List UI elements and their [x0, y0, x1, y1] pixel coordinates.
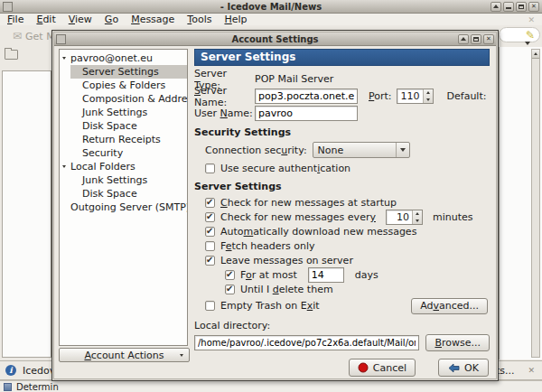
dialog-buttons: Cancel OK: [349, 359, 489, 377]
menu-edit[interactable]: Edit: [36, 14, 55, 25]
account-actions-button[interactable]: Account Actions: [59, 348, 190, 362]
auto-download-checkbox[interactable]: [205, 227, 215, 237]
until-delete-label: Until I delete them: [240, 284, 333, 295]
shade-icon: [461, 37, 466, 41]
tree-item-composition-addressing[interactable]: Composition & Addressing: [60, 92, 187, 106]
folder-icon: [5, 50, 18, 60]
folder-list[interactable]: [2, 70, 51, 358]
tree-item-junk-settings[interactable]: Junk Settings: [60, 106, 187, 119]
port-spinner[interactable]: 110: [397, 89, 434, 104]
menu-view[interactable]: View: [69, 14, 92, 25]
tree-label: Composition & Addressing: [82, 92, 188, 106]
check-startup-row: Check for new messages at startup: [205, 196, 490, 210]
local-directory-input[interactable]: [194, 335, 419, 350]
pencil-icon: ✎: [526, 29, 535, 42]
tree-label: Local Folders: [70, 160, 136, 173]
empty-trash-label: Empty Trash on Exit: [220, 300, 320, 312]
leave-messages-checkbox[interactable]: [205, 256, 215, 266]
notification-close-icon[interactable]: ✕: [528, 366, 535, 375]
secure-auth-checkbox[interactable]: [205, 163, 215, 173]
tree-item-return-receipts[interactable]: Return Receipts: [60, 133, 187, 146]
column-picker-icon[interactable]: [525, 42, 530, 45]
tree-item-disk-space[interactable]: Disk Space: [60, 119, 187, 133]
leave-messages-label: Leave messages on server: [220, 255, 353, 266]
status-text: Determin: [16, 382, 59, 392]
tree-item-copies-folders[interactable]: Copies & Folders: [60, 79, 187, 92]
shade-button[interactable]: [491, 2, 501, 12]
ok-arrow-icon: [448, 363, 460, 373]
empty-trash-checkbox[interactable]: [205, 301, 215, 311]
chevron-down-icon: [396, 143, 409, 157]
close-icon: ✕: [531, 3, 537, 10]
tree-item-security[interactable]: Security: [60, 146, 187, 160]
info-icon: i: [5, 365, 16, 376]
minutes-spinner[interactable]: 10: [386, 210, 423, 225]
folder-pane: [0, 47, 51, 359]
tree-item-server-settings[interactable]: Server Settings: [60, 65, 187, 79]
dialog-window-controls: ✕: [458, 34, 494, 44]
menu-tools[interactable]: Tools: [187, 14, 211, 25]
server-name-input[interactable]: [255, 89, 358, 104]
tree-item-local-disk-space[interactable]: Disk Space: [60, 187, 187, 201]
auto-download-label: Automatically download new messages: [220, 226, 416, 238]
dialog-maximize-button[interactable]: [471, 34, 481, 44]
server-name-label: Server Name:: [194, 85, 255, 108]
spinner-arrows[interactable]: [423, 89, 433, 103]
fetch-headers-row: Fetch headers only: [205, 239, 490, 253]
check-every-checkbox[interactable]: [205, 212, 215, 222]
maximize-icon: [519, 5, 524, 9]
user-name-input[interactable]: [255, 106, 358, 121]
search-box[interactable]: ✎: [499, 27, 540, 42]
tree-item-local-folders[interactable]: Local Folders: [60, 160, 187, 173]
connection-security-label: Connection security:: [205, 145, 307, 156]
dialog-close-button[interactable]: ✕: [483, 34, 494, 44]
local-directory-row: Browse...: [194, 334, 490, 351]
fetch-headers-checkbox[interactable]: [205, 241, 215, 251]
port-label: Port:: [369, 90, 392, 102]
twisty-down-icon[interactable]: [62, 165, 70, 168]
twisty-down-icon[interactable]: [62, 57, 70, 60]
maximize-button[interactable]: [516, 2, 527, 12]
browse-button[interactable]: Browse...: [425, 334, 490, 351]
port-value[interactable]: 110: [397, 89, 423, 103]
until-delete-checkbox[interactable]: [225, 285, 235, 294]
menubar-close-icon[interactable]: ✕: [528, 15, 535, 24]
days-input[interactable]: [308, 267, 344, 283]
minutes-value[interactable]: 10: [387, 210, 412, 224]
menu-help[interactable]: Help: [224, 14, 247, 25]
account-settings-dialog: Account Settings ✕ pavroo@onet.eu Server…: [51, 30, 499, 381]
get-mail-envelope-icon: ✉: [13, 30, 22, 42]
main-titlebar: - Icedove Mail/News ✕: [0, 0, 542, 14]
shade-icon: [493, 5, 499, 8]
message-list-pane: [499, 47, 542, 359]
auto-download-row: Automatically download new messages: [205, 225, 490, 238]
fetch-headers-label: Fetch headers only: [220, 240, 315, 252]
cancel-label: Cancel: [373, 362, 406, 374]
tree-label: Outgoing Server (SMTP): [70, 201, 188, 214]
secure-auth-label: Use secure authentication: [220, 163, 350, 174]
tree-label: Return Receipts: [82, 133, 161, 146]
advanced-button[interactable]: Advanced...: [411, 298, 488, 314]
scrollbar-up-button[interactable]: [532, 50, 539, 59]
tree-item-account-root[interactable]: pavroo@onet.eu: [60, 51, 187, 65]
minimize-button[interactable]: [503, 2, 514, 12]
connection-security-dropdown[interactable]: None: [313, 142, 410, 158]
close-button[interactable]: ✕: [528, 2, 539, 12]
secure-auth-row: Use secure authentication: [205, 162, 490, 175]
user-name-row: User Name:: [194, 106, 490, 121]
for-at-most-checkbox[interactable]: [225, 270, 235, 280]
menu-go[interactable]: Go: [105, 14, 118, 25]
vertical-scrollbar[interactable]: [531, 49, 540, 358]
menu-file[interactable]: File: [7, 14, 23, 25]
status-bar: Determin: [0, 380, 542, 392]
check-startup-checkbox[interactable]: [205, 198, 215, 208]
dialog-icon: [56, 34, 66, 44]
menu-message[interactable]: Message: [131, 14, 174, 25]
tree-item-outgoing-server[interactable]: Outgoing Server (SMTP): [60, 201, 187, 214]
ok-button[interactable]: OK: [438, 359, 489, 377]
spinner-arrows[interactable]: [412, 210, 422, 224]
empty-trash-row: Empty Trash on Exit Advanced...: [205, 297, 490, 314]
dialog-shade-button[interactable]: [458, 34, 469, 44]
tree-item-local-junk-settings[interactable]: Junk Settings: [60, 173, 187, 187]
cancel-button[interactable]: Cancel: [349, 359, 416, 377]
